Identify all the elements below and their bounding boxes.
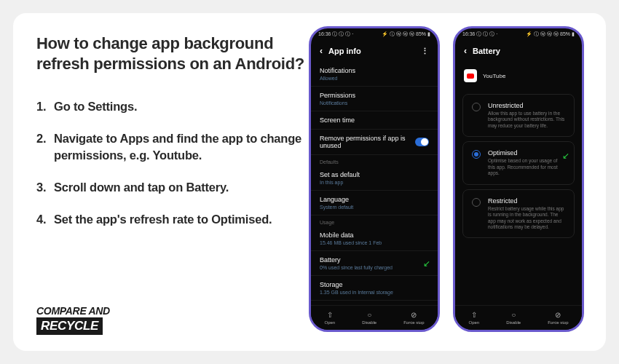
back-icon[interactable]: ‹	[320, 46, 323, 56]
bottom-bar: ⇧Open ○Disable ⊘Force stop	[455, 305, 582, 330]
bb-open[interactable]: ⇧Open	[324, 311, 335, 325]
bottom-bar: ⇧Open ○Disable ⊘Force stop	[311, 305, 438, 330]
toggle-switch[interactable]	[415, 138, 429, 146]
open-icon: ⇧	[471, 311, 477, 319]
bb-disable[interactable]: ○Disable	[362, 311, 376, 325]
youtube-icon	[464, 69, 477, 82]
step-list: Go to Settings. Navigate to Apps and fin…	[36, 98, 313, 227]
option-desc: Restrict battery usage while this app is…	[488, 206, 565, 231]
forcestop-icon: ⊘	[555, 311, 561, 319]
row-label: Language	[320, 196, 429, 203]
step-item: Go to Settings.	[36, 98, 313, 114]
phone-app-info: 16:36 ⓘ ⓘ ⓘ · ⚡ ⓘ ⓦ ⓦ ⓦ 85% ▮ ‹ App info…	[309, 26, 440, 332]
step-item: Scroll down and tap on Battery.	[36, 179, 313, 195]
page-heading: How to change app background refresh per…	[36, 33, 313, 74]
bb-disable[interactable]: ○Disable	[506, 311, 521, 325]
row-label: Notifications	[320, 67, 429, 74]
highlight-arrow-icon: ↙	[562, 151, 569, 161]
instruction-card: How to change app background refresh per…	[13, 13, 606, 351]
option-unrestricted[interactable]: Unrestricted Allow this app to use batte…	[462, 94, 575, 137]
logo-line-1: COMPARE AND	[36, 305, 138, 317]
row-mobile-data[interactable]: Mobile data 15.46 MB used since 1 Feb	[311, 226, 438, 251]
row-permissions[interactable]: Permissions Notifications	[311, 87, 438, 111]
option-title: Restricted	[488, 197, 565, 205]
row-sub: 1.35 GB used in Internal storage	[320, 290, 429, 295]
phone-battery: 16:36 ⓘ ⓘ ⓘ · ⚡ ⓘ ⓦ ⓦ ⓦ 85% ▮ ‹ Battery …	[453, 26, 584, 332]
option-title: Unrestricted	[488, 102, 565, 109]
app-name: YouTube	[483, 73, 505, 79]
radio-icon	[472, 103, 481, 111]
row-label: Set as default	[320, 171, 429, 178]
bb-forcestop[interactable]: ⊘Force stop	[548, 311, 568, 325]
option-title: Optimised	[488, 149, 565, 157]
row-label: Battery	[320, 256, 429, 264]
option-restricted[interactable]: Restricted Restrict battery usage while …	[462, 189, 575, 239]
row-label: Storage	[320, 281, 429, 288]
status-right: ⚡ ⓘ ⓦ ⓦ ⓦ 85% ▮	[526, 31, 575, 38]
step-item: Navigate to Apps and find the app to cha…	[36, 130, 313, 163]
row-sub: In this app	[320, 180, 429, 185]
radio-icon	[472, 198, 481, 207]
status-right: ⚡ ⓘ ⓦ ⓦ ⓦ 85% ▮	[382, 31, 430, 38]
status-bar: 16:36 ⓘ ⓘ ⓘ · ⚡ ⓘ ⓦ ⓦ ⓦ 85% ▮	[311, 28, 438, 40]
radio-icon	[472, 150, 481, 159]
brand-logo: COMPARE AND RECYCLE	[36, 305, 138, 335]
row-screentime[interactable]: Screen time	[311, 111, 438, 130]
row-sub: 0% used since last fully charged	[320, 265, 429, 270]
more-icon[interactable]: ⋮	[421, 47, 429, 56]
logo-line-2: RECYCLE	[36, 317, 103, 335]
row-notifications[interactable]: Notifications Allowed	[311, 62, 438, 87]
row-label: Mobile data	[320, 232, 429, 239]
option-desc: Optimise based on your usage of this app…	[488, 158, 565, 176]
row-label: Screen time	[320, 116, 429, 124]
row-label: Remove permissions if app is unused	[320, 135, 415, 149]
row-remove-permissions[interactable]: Remove permissions if app is unused	[311, 130, 438, 155]
row-sub: Allowed	[320, 76, 429, 81]
disable-icon: ○	[511, 311, 516, 319]
row-language[interactable]: Language System default	[311, 191, 438, 215]
row-battery[interactable]: Battery 0% used since last fully charged…	[311, 251, 438, 276]
screen-title-text: App info	[328, 47, 361, 55]
section-usage: Usage	[311, 215, 438, 226]
screen-title-text: Battery	[473, 47, 500, 55]
back-icon[interactable]: ‹	[464, 46, 467, 56]
bb-open[interactable]: ⇧Open	[468, 311, 479, 325]
bb-forcestop[interactable]: ⊘Force stop	[403, 311, 424, 325]
forcestop-icon: ⊘	[411, 311, 417, 319]
disable-icon: ○	[367, 311, 371, 319]
row-storage[interactable]: Storage 1.35 GB used in Internal storage	[311, 276, 438, 301]
screen-header: ‹ App info ⋮	[311, 40, 438, 62]
status-left: 16:36 ⓘ ⓘ ⓘ ·	[318, 31, 353, 38]
status-bar: 16:36 ⓘ ⓘ ⓘ · ⚡ ⓘ ⓦ ⓦ ⓦ 85% ▮	[455, 28, 582, 40]
highlight-arrow-icon: ↙	[423, 258, 430, 269]
open-icon: ⇧	[327, 311, 333, 319]
phone-mockups: 16:36 ⓘ ⓘ ⓘ · ⚡ ⓘ ⓦ ⓦ ⓦ 85% ▮ ‹ App info…	[309, 26, 584, 332]
status-left: 16:36 ⓘ ⓘ ⓘ ·	[462, 31, 497, 38]
row-label: Permissions	[320, 92, 429, 99]
section-defaults: Defaults	[311, 155, 438, 166]
screen-header: ‹ Battery	[455, 40, 582, 62]
row-sub: Notifications	[320, 100, 429, 106]
step-item: Set the app's refresh rate to Optimised.	[36, 211, 313, 227]
row-sub: System default	[320, 205, 429, 210]
option-desc: Allow this app to use battery in the bac…	[488, 111, 565, 129]
row-set-default[interactable]: Set as default In this app	[311, 166, 438, 191]
app-header: YouTube	[455, 62, 582, 90]
option-optimised[interactable]: Optimised Optimise based on your usage o…	[462, 141, 575, 184]
row-sub: 15.46 MB used since 1 Feb	[320, 240, 429, 245]
